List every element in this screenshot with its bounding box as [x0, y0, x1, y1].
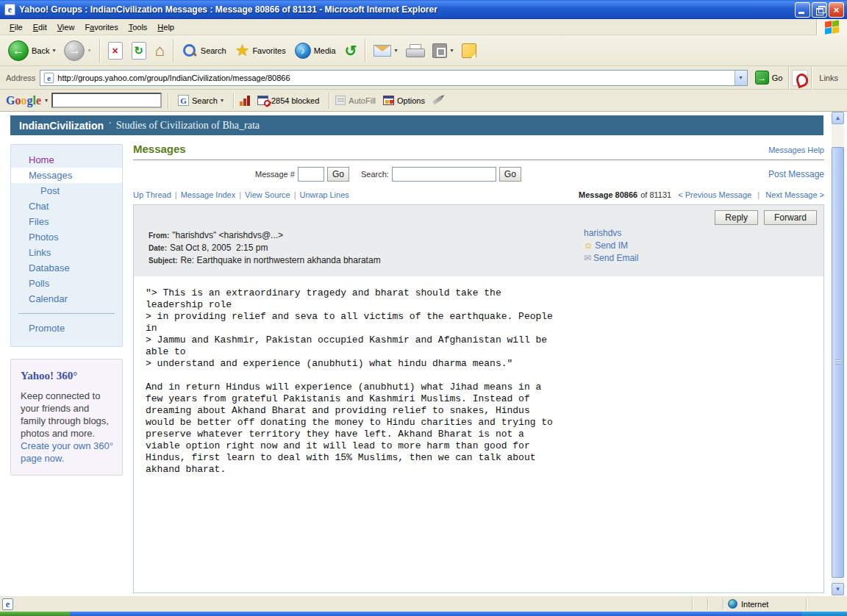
address-input[interactable] — [57, 74, 734, 82]
restore-button[interactable] — [812, 2, 827, 18]
from-row: From:"harishdvs" <harishdvs@...> — [149, 229, 381, 242]
edit-notes-button[interactable] — [458, 41, 480, 60]
promo-title: Yahoo! 360° — [21, 370, 114, 382]
search-label: Search — [201, 46, 226, 55]
promo-link[interactable]: Create your own 360° page now. — [21, 440, 113, 464]
sidebar-item-post[interactable]: Post — [11, 183, 122, 198]
google-search-button[interactable]: G Search ▾ — [174, 93, 227, 108]
yahoo360-promo: Yahoo! 360° Keep connected to your frien… — [10, 359, 123, 476]
search-button[interactable]: Search — [178, 40, 230, 61]
sidebar-item-chat[interactable]: Chat — [11, 198, 122, 214]
back-dropdown-icon[interactable]: ▾ — [52, 47, 55, 54]
send-im-link[interactable]: Send IM — [595, 240, 628, 251]
google-dropdown-icon[interactable]: ▾ — [45, 97, 48, 104]
address-field[interactable]: e ▾ — [40, 70, 747, 86]
mail-dropdown-icon[interactable]: ▾ — [394, 47, 397, 54]
send-email-link[interactable]: Send Email — [593, 253, 638, 263]
menu-file[interactable]: File — [4, 21, 28, 34]
sidebar-item-calendar[interactable]: Calendar — [11, 291, 122, 307]
message-index-link[interactable]: Message Index — [181, 190, 236, 199]
next-message-link[interactable]: Next Message > — [765, 190, 824, 199]
address-dropdown-icon[interactable]: ▾ — [735, 71, 747, 85]
pagerank-icon[interactable] — [240, 96, 250, 106]
forward-dropdown-icon: ▾ — [87, 47, 90, 54]
history-button[interactable]: ↺ — [341, 40, 361, 61]
start-button-sliver[interactable] — [0, 612, 70, 616]
status-bar: e Internet — [0, 595, 847, 612]
sidebar-item-photos[interactable]: Photos — [11, 229, 122, 245]
mail-button[interactable]: ▾ — [370, 43, 401, 59]
popup-blocker-button[interactable]: 2854 blocked — [254, 93, 323, 107]
message-number-label: Message # — [255, 170, 295, 179]
refresh-button[interactable]: ↻ — [128, 40, 150, 62]
sidebar-item-home[interactable]: Home — [11, 152, 122, 168]
banner-separator: · — [108, 118, 112, 134]
message-position: Message 80866 — [579, 190, 637, 199]
message-header: Reply Forward From:"harishdvs" <harishdv… — [134, 205, 823, 276]
media-button[interactable]: ♪ Media — [291, 40, 340, 61]
up-thread-link[interactable]: Up Thread — [133, 190, 171, 199]
print-icon — [406, 44, 424, 57]
group-name: IndianCivilization — [19, 120, 104, 132]
subject-row: Subject:Re: Earthquake in northwestern a… — [149, 254, 381, 267]
resize-icon — [432, 43, 447, 58]
sidebar-item-files[interactable]: Files — [11, 214, 122, 229]
minimize-button[interactable] — [795, 2, 810, 18]
unwrap-lines-link[interactable]: Unwrap Lines — [300, 190, 349, 199]
menu-view[interactable]: View — [52, 21, 80, 34]
scroll-down-button[interactable]: ▼ — [832, 583, 844, 595]
go-button[interactable]: → Go — [752, 69, 786, 86]
toolbar-separator — [99, 39, 100, 62]
close-button[interactable]: × — [829, 2, 844, 18]
nav-separator: | — [294, 190, 296, 199]
stop-button[interactable]: × — [104, 40, 126, 62]
window-title: Yahoo! Groups : IndianCivilization Messa… — [19, 4, 795, 15]
page-favicon: e — [44, 72, 54, 82]
message-search-input[interactable] — [392, 167, 496, 182]
forward-button[interactable]: → ▾ — [60, 38, 94, 63]
forward-button-msg[interactable]: Forward — [764, 210, 817, 225]
scrollbar-thumb[interactable] — [832, 147, 844, 578]
search-go-button[interactable]: Go — [499, 167, 521, 182]
google-search-input[interactable] — [51, 93, 162, 108]
back-button[interactable]: ← Back ▾ — [4, 38, 59, 63]
sidebar-item-messages[interactable]: Messages — [11, 168, 122, 183]
messages-help-link[interactable]: Messages Help — [768, 146, 824, 154]
menu-help[interactable]: Help — [152, 21, 179, 34]
google-search-dropdown-icon[interactable]: ▾ — [221, 97, 224, 104]
home-button[interactable]: ⌂ — [151, 40, 168, 61]
message-number-go-button[interactable]: Go — [327, 167, 349, 182]
post-message-link[interactable]: Post Message — [768, 169, 824, 179]
highlighter-icon[interactable] — [432, 96, 443, 104]
previous-message-link[interactable]: < Previous Message — [678, 190, 751, 199]
menu-tools[interactable]: Tools — [124, 21, 153, 34]
options-button[interactable]: Options — [379, 93, 429, 107]
scroll-up-button[interactable]: ▲ — [832, 112, 844, 124]
sidebar-item-polls[interactable]: Polls — [11, 276, 122, 291]
popup-blocker-icon — [257, 96, 268, 105]
vertical-scrollbar[interactable]: ▲ ▼ — [832, 112, 844, 595]
menu-edit[interactable]: Edit — [28, 21, 52, 34]
message-number-input[interactable] — [298, 167, 324, 182]
sidebar-item-promote[interactable]: Promote — [11, 320, 122, 336]
google-logo[interactable]: Google — [6, 94, 41, 107]
size-dropdown-icon[interactable]: ▾ — [450, 47, 453, 54]
sidebar-item-database[interactable]: Database — [11, 260, 122, 276]
size-button[interactable]: ▾ — [429, 41, 457, 60]
windows-throbber — [816, 19, 847, 35]
sidebar-divider — [18, 313, 115, 314]
reply-button[interactable]: Reply — [715, 210, 758, 225]
nav-separator: | — [175, 190, 177, 199]
favorites-button[interactable]: ★ Favorites — [232, 40, 290, 61]
security-zone: Internet — [723, 599, 806, 609]
toolbar-separator — [811, 66, 812, 90]
links-label[interactable]: Links — [819, 74, 838, 82]
adobe-acrobat-icon[interactable] — [792, 70, 808, 86]
print-button[interactable] — [402, 42, 427, 60]
author-profile-link[interactable]: harishdvs — [584, 228, 621, 238]
menu-favorites[interactable]: Favorites — [79, 21, 123, 34]
autofill-label: AutoFill — [349, 96, 376, 105]
view-source-link[interactable]: View Source — [245, 190, 290, 199]
toolbar-separator — [365, 39, 365, 62]
sidebar-item-links[interactable]: Links — [11, 245, 122, 260]
